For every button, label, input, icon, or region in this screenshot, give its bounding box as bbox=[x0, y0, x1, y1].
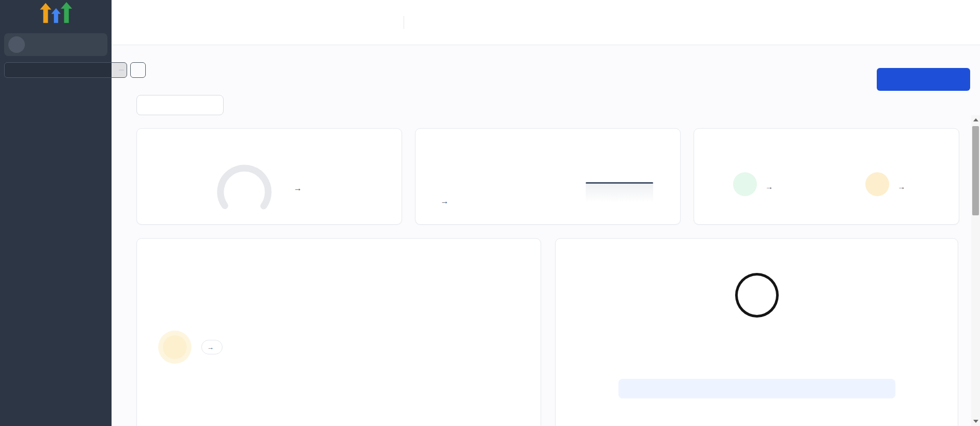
yext-logo bbox=[735, 273, 779, 318]
app-window: → → → bbox=[0, 0, 980, 426]
arrow-right-icon: → bbox=[440, 197, 449, 205]
arrow-right-icon: → bbox=[294, 184, 302, 193]
search-box[interactable] bbox=[4, 62, 127, 78]
arrow-right-icon: → bbox=[898, 182, 905, 191]
avg-rating-card: → bbox=[136, 238, 541, 426]
thumbs-down-icon bbox=[871, 178, 884, 190]
reviews-received-card: → bbox=[415, 128, 681, 225]
arrow-right-icon: → bbox=[765, 182, 773, 191]
sidebar bbox=[0, 0, 112, 426]
date-range-dropdown[interactable] bbox=[136, 95, 224, 115]
sentiment-card: → → bbox=[694, 128, 959, 225]
highlevel-logo-icon bbox=[0, 2, 112, 24]
account-switcher[interactable] bbox=[4, 33, 107, 56]
send-review-request-button[interactable] bbox=[877, 68, 970, 91]
location-pin-icon bbox=[12, 40, 21, 49]
search-shortcut bbox=[119, 70, 124, 71]
reviews-sparkline bbox=[586, 182, 653, 202]
avg-rating-change-pill: → bbox=[201, 340, 223, 354]
scroll-up-arrow-icon[interactable] bbox=[971, 118, 980, 121]
vertical-scrollbar[interactable] bbox=[971, 115, 980, 426]
search-icon bbox=[9, 66, 17, 74]
header-divider bbox=[404, 16, 404, 29]
scrollbar-thumb[interactable] bbox=[972, 126, 979, 215]
settings-gear-icon[interactable] bbox=[412, 17, 423, 28]
goal-gauge bbox=[211, 162, 278, 220]
header-bar bbox=[112, 0, 980, 45]
invites-goal-card: → bbox=[136, 128, 402, 225]
quick-actions-button[interactable] bbox=[130, 62, 146, 78]
chevron-down-icon bbox=[178, 101, 187, 109]
arrow-right-icon: → bbox=[207, 343, 214, 351]
scroll-down-arrow-icon[interactable] bbox=[971, 420, 980, 423]
star-icon bbox=[168, 340, 182, 354]
chevrons-updown-icon bbox=[96, 40, 103, 49]
yext-listing-card bbox=[555, 238, 958, 426]
activate-yext-listing-button[interactable] bbox=[618, 379, 895, 398]
search-input[interactable] bbox=[20, 65, 116, 75]
bolt-icon bbox=[134, 66, 142, 74]
thumbs-up-icon bbox=[739, 178, 751, 190]
